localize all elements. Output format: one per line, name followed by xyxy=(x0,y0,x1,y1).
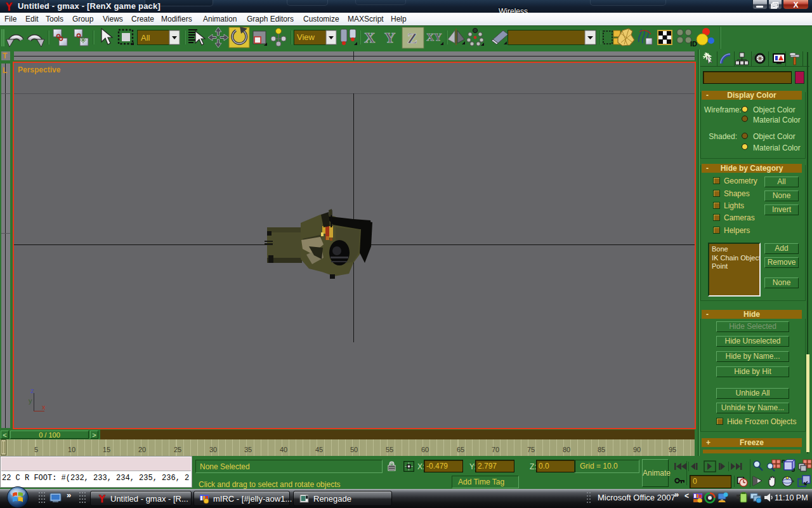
svg-text:All: All xyxy=(141,33,150,43)
svg-text:Y: Y xyxy=(384,29,395,46)
svg-text:View: View xyxy=(297,32,315,42)
svg-text:Z: Z xyxy=(407,30,417,46)
svg-text:ID: ID xyxy=(690,40,697,48)
svg-text:X: X xyxy=(364,29,376,46)
svg-text:XY: XY xyxy=(426,31,442,43)
